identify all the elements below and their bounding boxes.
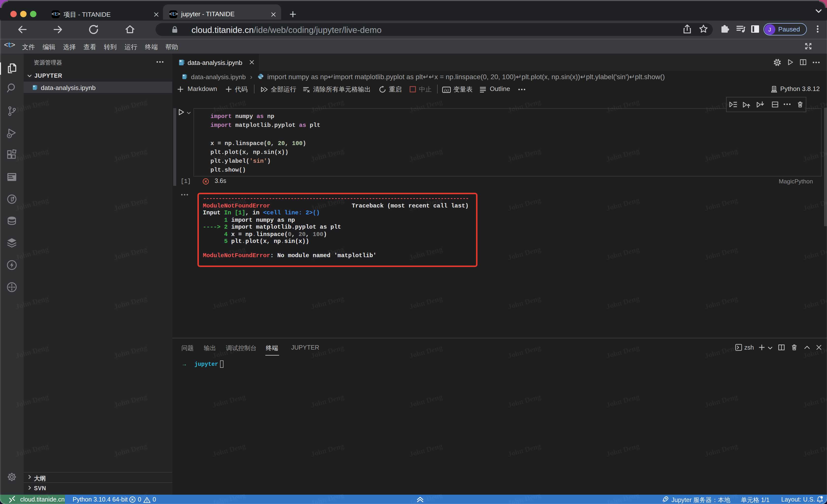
svg-text:(x): (x): [444, 88, 449, 92]
